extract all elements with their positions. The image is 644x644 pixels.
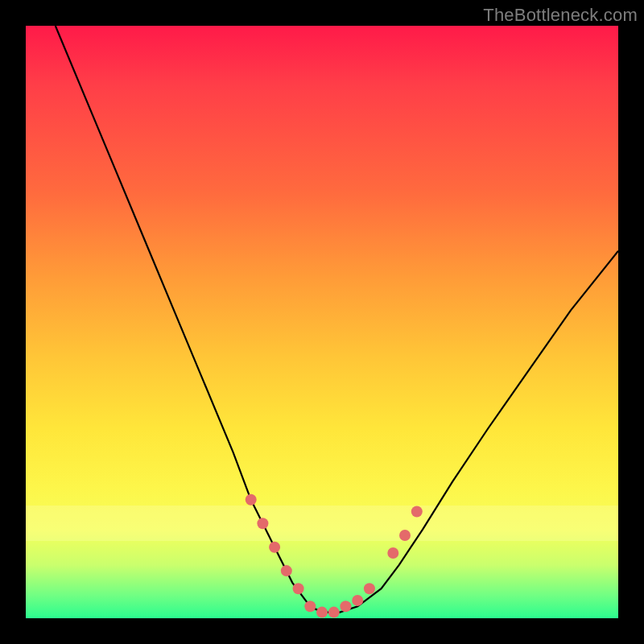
highlight-dot: [364, 583, 375, 594]
highlight-dot: [281, 565, 292, 576]
minimum-dot-cluster: [246, 494, 423, 618]
highlight-dot: [411, 506, 423, 518]
highlight-dot: [257, 518, 268, 529]
watermark-text: TheBottleneck.com: [483, 5, 638, 26]
curve-layer: [26, 26, 618, 618]
highlight-band: [26, 506, 618, 541]
highlight-dot: [399, 530, 411, 541]
plot-area: [26, 26, 618, 618]
highlight-dot: [316, 607, 328, 618]
highlight-dot: [387, 547, 398, 559]
highlight-dot: [304, 601, 316, 612]
highlight-dot: [352, 595, 363, 606]
highlight-dot: [246, 494, 257, 506]
highlight-dot: [269, 542, 280, 553]
chart-frame: TheBottleneck.com: [0, 0, 644, 644]
highlight-dot: [293, 583, 304, 594]
highlight-dot: [340, 601, 351, 612]
highlight-dot: [328, 607, 340, 618]
bottleneck-curve: [56, 26, 618, 613]
